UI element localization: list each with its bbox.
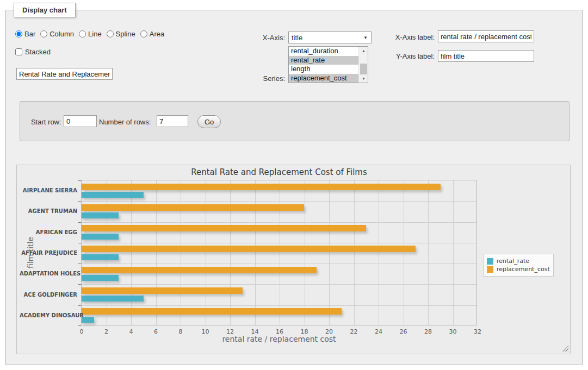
bar-rental_rate: [82, 254, 119, 260]
chart-title: Rental Rate and Replacement Cost of Film…: [81, 167, 477, 177]
gridline: [428, 180, 429, 325]
x-axis-title: rental rate / replacement cost: [81, 335, 477, 343]
x-axis-label-field-label: X-Axis label:: [383, 33, 435, 41]
bar-rental_rate: [82, 234, 119, 240]
x-axis-select-label: X-Axis:: [231, 34, 285, 42]
y-tick-mark: [78, 264, 81, 264]
gridline: [329, 180, 330, 325]
category-label: AFRICAN EGG: [20, 229, 77, 235]
bar-rental_rate: [82, 296, 144, 302]
gridline: [206, 180, 206, 325]
fieldset-legend: Display chart: [14, 3, 76, 17]
gridline: [305, 180, 305, 325]
gridline: [131, 180, 132, 325]
y-tick-mark: [78, 243, 81, 243]
chart-type-option-label: Line: [88, 30, 102, 38]
chart-type-option-label: Column: [49, 30, 74, 38]
gridline: [379, 180, 379, 325]
x-axis-label-input[interactable]: [438, 30, 534, 42]
scroll-up-icon[interactable]: ▲: [359, 47, 368, 55]
gridline: [82, 222, 476, 223]
gridline: [181, 180, 181, 325]
bar-rental_rate: [82, 275, 119, 281]
category-label: ADAPTATION HOLES: [20, 271, 77, 277]
y-axis-label-input[interactable]: [438, 50, 534, 62]
series-scrollbar[interactable]: ▲ ▼: [358, 47, 368, 83]
number-of-rows-input[interactable]: [157, 115, 188, 127]
y-tick-mark: [78, 325, 81, 326]
start-row-label: Start row:: [31, 118, 61, 126]
series-option-rental_rate[interactable]: rental_rate: [289, 56, 358, 65]
scrollbar-thumb[interactable]: [360, 64, 367, 76]
chart-type-radio-area[interactable]: [140, 30, 147, 37]
x-axis-select-value: title: [292, 34, 302, 42]
chart-type-option-label: Area: [150, 30, 164, 38]
legend-label: rental_rate: [497, 258, 529, 265]
series-options: rental_durationrental_ratelengthreplacem…: [289, 47, 358, 83]
plot-area: 02468101214161820222426283032AIRPLANE SI…: [81, 180, 477, 325]
gridline: [404, 180, 404, 325]
chart-legend: rental_ratereplacement_cost: [483, 254, 554, 277]
y-tick-mark: [78, 284, 81, 285]
bar-replacement_cost: [82, 287, 243, 294]
gridline: [354, 180, 355, 325]
stacked-checkbox[interactable]: [15, 48, 22, 55]
bar-replacement_cost: [82, 246, 416, 252]
chart-type-option-line[interactable]: Line: [79, 30, 102, 38]
gridline: [82, 305, 476, 306]
gridline: [280, 180, 280, 325]
bar-rental_rate: [82, 212, 119, 218]
y-tick-mark: [78, 180, 81, 181]
bar-replacement_cost: [82, 204, 304, 211]
y-axis-label-field-label: Y-Axis label:: [383, 52, 435, 60]
bar-replacement_cost: [82, 225, 366, 231]
y-tick-mark: [78, 222, 81, 223]
series-option-replacement_cost[interactable]: replacement_cost: [289, 74, 358, 83]
chart-type-option-label: Spline: [116, 30, 135, 38]
legend-item-replacement_cost: replacement_cost: [487, 266, 550, 273]
series-option-length[interactable]: length: [289, 65, 358, 74]
chart-type-radio-column[interactable]: [40, 30, 47, 37]
chart-container: Rental Rate and Replacement Cost of Film…: [16, 165, 571, 354]
number-of-rows-label: Number of rows:: [99, 118, 151, 126]
series-list-label: Series:: [242, 74, 285, 83]
gridline: [156, 180, 157, 325]
series-option-rental_duration[interactable]: rental_duration: [289, 47, 358, 56]
gridline: [255, 180, 256, 325]
chart-type-radio-bar[interactable]: [15, 30, 22, 37]
category-label: AIRPLANE SIERRA: [20, 187, 77, 193]
stacked-label: Stacked: [25, 48, 51, 56]
chart-type-option-bar[interactable]: Bar: [15, 30, 35, 38]
gridline: [107, 180, 107, 325]
gridline: [82, 243, 476, 243]
stacked-checkbox-row[interactable]: Stacked: [15, 48, 51, 56]
chart-type-option-column[interactable]: Column: [40, 30, 74, 38]
go-button[interactable]: Go: [197, 115, 221, 128]
gridline: [82, 284, 476, 285]
chart-type-option-area[interactable]: Area: [140, 30, 164, 38]
category-label: ACADEMY DINOSAUR: [20, 312, 77, 318]
bar-rental_rate: [82, 192, 144, 198]
category-label: AFFAIR PREJUDICE: [20, 250, 77, 256]
chart-type-radio-group: BarColumnLineSplineArea: [15, 30, 169, 38]
legend-label: replacement_cost: [497, 266, 550, 273]
chart-type-radio-line[interactable]: [79, 30, 86, 37]
start-row-input[interactable]: [64, 115, 97, 127]
legend-item-rental_rate: rental_rate: [487, 258, 550, 265]
x-axis-select[interactable]: title ▼: [288, 32, 372, 43]
chevron-down-icon: ▼: [363, 35, 368, 40]
legend-swatch-icon: [487, 266, 493, 273]
series-listbox[interactable]: rental_durationrental_ratelengthreplacem…: [288, 46, 368, 83]
resize-handle-icon[interactable]: [562, 346, 568, 352]
gridline: [230, 180, 231, 325]
chart-type-option-spline[interactable]: Spline: [107, 30, 135, 38]
gridline: [453, 180, 454, 325]
bar-replacement_cost: [82, 267, 317, 273]
y-tick-mark: [78, 305, 81, 306]
bar-replacement_cost: [82, 308, 342, 315]
chart-type-radio-spline[interactable]: [107, 30, 114, 37]
chart-title-input[interactable]: [16, 68, 113, 80]
gridline: [82, 264, 476, 264]
gridline: [82, 201, 476, 202]
scroll-down-icon[interactable]: ▼: [359, 74, 368, 83]
